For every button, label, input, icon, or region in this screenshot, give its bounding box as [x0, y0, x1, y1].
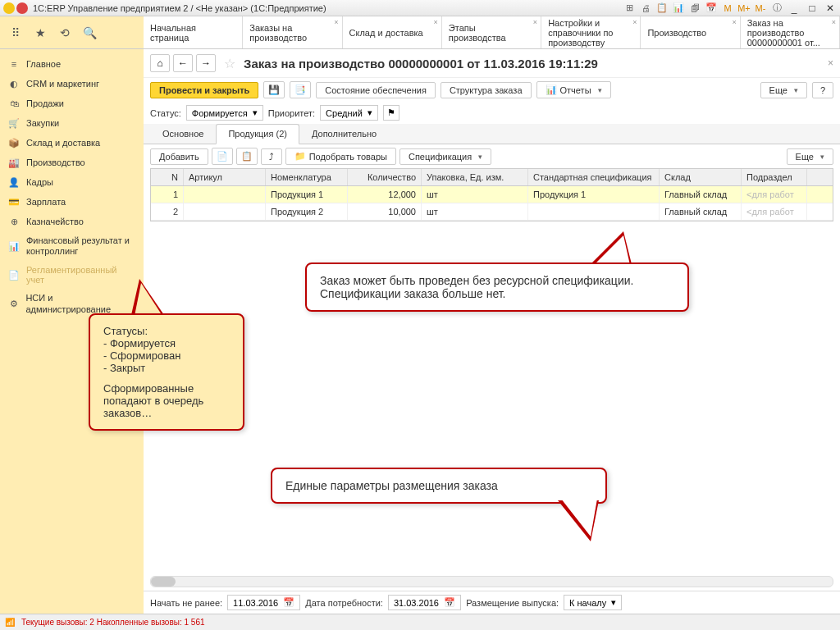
structure-button[interactable]: Структура заказа	[441, 82, 532, 98]
tab-close-icon[interactable]: ×	[434, 18, 438, 26]
sidebar-item-finance[interactable]: 📊Финансовый результат и контроллинг	[0, 231, 144, 261]
reports-button[interactable]: 📊Отчеты	[536, 81, 611, 98]
th-warehouse[interactable]: Склад	[660, 169, 742, 185]
sidebar-item-crm[interactable]: ◐CRM и маркетинг	[0, 74, 144, 94]
status-label: Статус:	[150, 108, 181, 118]
person-icon: 👤	[8, 176, 20, 188]
priority-select[interactable]: Средний ▾	[320, 105, 378, 121]
tab-settings[interactable]: Настройки и справочники по производству×	[541, 16, 641, 48]
tab-stages[interactable]: Этапы производства×	[442, 16, 541, 48]
place-label: Размещение выпуска:	[466, 598, 559, 608]
home-button[interactable]: ⌂	[150, 54, 170, 72]
table-toolbar: Добавить 📄 📋 ⤴ 📁Подобрать товары Специфи…	[144, 144, 840, 168]
back-button[interactable]: ←	[173, 54, 193, 72]
th-nomenclature[interactable]: Номенклатура	[266, 169, 348, 185]
toolbar-icon[interactable]: ⊞	[623, 2, 635, 14]
paste-button[interactable]: 📋	[236, 148, 258, 165]
subtab-main[interactable]: Основное	[150, 124, 216, 144]
box-icon: 📦	[8, 137, 20, 148]
gear-icon: ⚙	[8, 299, 19, 310]
submit-close-button[interactable]: Провести и закрыть	[150, 82, 258, 98]
th-n[interactable]: N	[151, 169, 184, 185]
forward-button[interactable]: →	[196, 54, 216, 72]
sidebar-item-reg[interactable]: 📄Регламентированный учет	[0, 261, 144, 289]
add-button[interactable]: Добавить	[150, 148, 208, 165]
m-plus-icon[interactable]: M+	[738, 2, 750, 14]
horizontal-scrollbar[interactable]	[150, 576, 833, 587]
save-button[interactable]: 💾	[263, 81, 285, 98]
tab-close-icon[interactable]: ×	[832, 18, 836, 26]
history-icon[interactable]: ⟲	[57, 25, 72, 40]
card-icon: 💳	[8, 196, 20, 208]
toolbar-icon[interactable]: 📊	[673, 2, 684, 14]
status-bar: 📶 Текущие вызовы: 2 Накопленные вызовы: …	[0, 614, 840, 630]
tab-orders[interactable]: Заказы на производство×	[243, 16, 342, 48]
th-department[interactable]: Подраздел	[742, 169, 807, 185]
tab-close-icon[interactable]: ×	[632, 18, 637, 26]
callout-tail-inner	[135, 283, 162, 316]
close-button[interactable]: ✕	[824, 2, 837, 14]
callout-params: Единые параметры размещения заказа	[271, 468, 607, 504]
sidebar-item-main[interactable]: ≡Главное	[0, 54, 144, 74]
sidebar-item-hr[interactable]: 👤Кадры	[0, 172, 144, 192]
apps-icon[interactable]: ⠿	[8, 25, 23, 40]
more-button[interactable]: Еще	[760, 82, 807, 98]
start-label: Начать не ранее:	[150, 598, 222, 608]
state-button[interactable]: Состояние обеспечения	[316, 82, 436, 98]
bag-icon: 🛍	[8, 98, 20, 109]
need-date-field[interactable]: 31.03.2016 📅	[388, 595, 461, 610]
m-icon[interactable]: M	[722, 2, 733, 14]
info-icon[interactable]: ⓘ	[771, 2, 783, 14]
factory-icon: 🏭	[8, 157, 20, 168]
start-date-field[interactable]: 11.03.2016 📅	[227, 595, 300, 610]
tab-close-icon[interactable]: ×	[334, 18, 338, 26]
sidebar-item-sales[interactable]: 🛍Продажи	[0, 94, 144, 113]
toolbar-icon[interactable]: 📅	[705, 2, 717, 14]
th-spec[interactable]: Стандартная спецификация	[528, 169, 660, 185]
th-article[interactable]: Артикул	[184, 169, 266, 185]
title-bar: 1С:ERP Управление предприятием 2 / <Не у…	[0, 0, 840, 16]
m-minus-icon[interactable]: M-	[755, 2, 766, 14]
place-select[interactable]: К началу ▾	[564, 595, 622, 610]
tab-production[interactable]: Производство×	[641, 16, 740, 48]
copy-button[interactable]: 📄	[212, 148, 233, 165]
table-more-button[interactable]: Еще	[787, 148, 833, 165]
table-row[interactable]: 2 Продукция 2 10,000 шт Главный склад <д…	[151, 203, 833, 221]
table-header: N Артикул Номенклатура Количество Упаков…	[151, 169, 833, 186]
minimize-button[interactable]: _	[788, 2, 801, 14]
tab-warehouse[interactable]: Склад и доставка×	[343, 16, 442, 48]
pick-goods-button[interactable]: 📁Подобрать товары	[285, 148, 396, 165]
sidebar-item-production[interactable]: 🏭Производство	[0, 153, 144, 172]
sidebar-item-treasury[interactable]: ⊕Казначейство	[0, 212, 144, 231]
table-row[interactable]: 1 Продукция 1 12,000 шт Продукция 1 Глав…	[151, 186, 833, 203]
favorite-icon[interactable]: ☆	[224, 56, 235, 71]
document-close-icon[interactable]: ×	[828, 57, 833, 69]
share-button[interactable]: ⤴	[261, 148, 282, 165]
spec-button[interactable]: Спецификация	[399, 148, 491, 165]
priority-flag[interactable]: ⚑	[383, 105, 399, 121]
th-packaging[interactable]: Упаковка, Ед. изм.	[422, 169, 528, 185]
toolbar-icon[interactable]: 🗐	[689, 2, 701, 14]
toolbar-icon[interactable]: 🖨	[640, 2, 651, 14]
help-button[interactable]: ?	[812, 82, 833, 98]
crm-icon: ◐	[8, 78, 20, 89]
tab-close-icon[interactable]: ×	[533, 18, 537, 26]
tab-close-icon[interactable]: ×	[732, 18, 736, 26]
tab-home[interactable]: Начальная страница	[144, 16, 243, 48]
callout-tail-inner	[594, 235, 630, 265]
star-icon[interactable]: ★	[33, 25, 48, 40]
subtab-products[interactable]: Продукция (2)	[216, 124, 299, 144]
tab-current-order[interactable]: Заказ на производство 00000000001 от...×	[741, 16, 840, 48]
sidebar-item-salary[interactable]: 💳Зарплата	[0, 192, 144, 212]
status-select[interactable]: Формируется ▾	[186, 105, 263, 121]
th-quantity[interactable]: Количество	[348, 169, 422, 185]
search-icon[interactable]: 🔍	[82, 25, 97, 40]
subtab-extra[interactable]: Дополнительно	[299, 124, 389, 144]
sidebar-item-purchases[interactable]: 🛒Закупки	[0, 113, 144, 133]
toolbar-icon[interactable]: 📋	[656, 2, 668, 14]
scroll-thumb[interactable]	[151, 577, 176, 587]
sidebar-item-warehouse[interactable]: 📦Склад и доставка	[0, 133, 144, 153]
maximize-button[interactable]: □	[806, 2, 819, 14]
post-button[interactable]: 📑	[290, 81, 311, 98]
coin-icon: ⊕	[8, 216, 20, 227]
